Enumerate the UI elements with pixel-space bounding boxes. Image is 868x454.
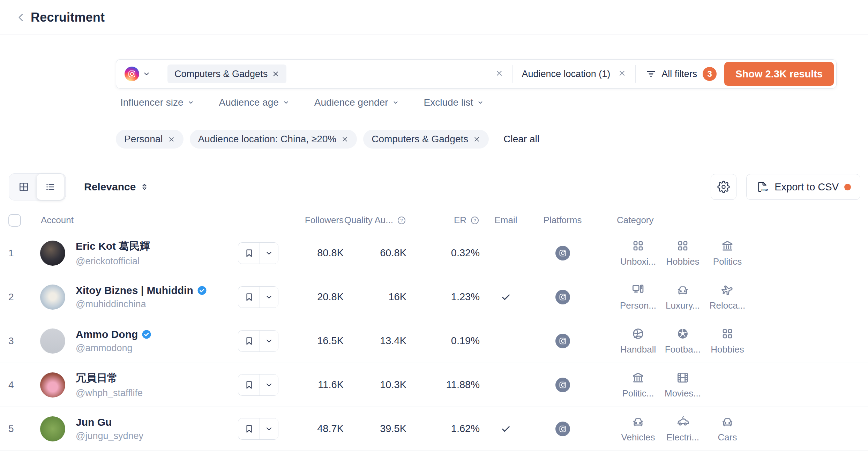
followers-value: 11.6K bbox=[318, 379, 344, 390]
account-handle[interactable]: @jungu_sydney bbox=[76, 431, 143, 441]
bookmark-expand-button[interactable] bbox=[260, 374, 278, 395]
chevron-down-icon bbox=[265, 425, 273, 433]
settings-button[interactable] bbox=[711, 174, 736, 200]
svg-text:csv: csv bbox=[761, 188, 768, 192]
clear-all-button[interactable]: Clear all bbox=[503, 134, 539, 145]
avatar[interactable] bbox=[40, 241, 65, 266]
influencer-size-dropdown[interactable]: Influencer size bbox=[120, 97, 194, 108]
sort-icon bbox=[140, 182, 149, 191]
remove-audience-location-icon[interactable] bbox=[618, 69, 626, 79]
audience-location-filter[interactable]: Audience location (1) bbox=[522, 69, 611, 80]
column-account: Account bbox=[41, 215, 74, 226]
search-chip-category[interactable]: Computers & Gadgets bbox=[167, 65, 286, 83]
filters-count-badge: 3 bbox=[703, 67, 717, 81]
remove-filter-icon[interactable] bbox=[473, 136, 480, 143]
bookmark-expand-button[interactable] bbox=[260, 287, 278, 308]
account-handle[interactable]: @erickotofficial bbox=[76, 256, 150, 267]
all-filters-button[interactable]: All filters bbox=[661, 69, 697, 80]
bank-icon bbox=[631, 371, 645, 385]
back-button[interactable] bbox=[13, 9, 29, 26]
verified-badge-icon bbox=[141, 329, 152, 340]
chevron-down-icon[interactable] bbox=[143, 70, 150, 78]
row-index: 3 bbox=[8, 335, 14, 346]
grid-icon bbox=[676, 239, 689, 253]
sort-label: Relevance bbox=[84, 181, 136, 193]
instagram-icon bbox=[128, 70, 136, 78]
sort-by-control[interactable]: Relevance bbox=[84, 181, 149, 193]
instagram-platform-icon[interactable] bbox=[555, 378, 570, 392]
account-name[interactable]: 冗員日常 bbox=[76, 371, 118, 385]
audience-gender-dropdown[interactable]: Audience gender bbox=[314, 97, 399, 108]
account-name[interactable]: Ammo Dong bbox=[76, 328, 138, 340]
avatar[interactable] bbox=[40, 285, 65, 310]
exclude-list-dropdown[interactable]: Exclude list bbox=[424, 97, 484, 108]
account-name-block: Eric Kot 葛民輝 @erickotofficial bbox=[76, 239, 150, 267]
categories-cell: Unboxi... Hobbies Politics bbox=[593, 239, 868, 267]
account-handle[interactable]: @ammodong bbox=[76, 343, 152, 354]
csv-file-icon: csv bbox=[756, 180, 769, 194]
avatar[interactable] bbox=[40, 328, 65, 354]
bookmark-button[interactable] bbox=[238, 418, 260, 439]
list-view-button[interactable] bbox=[37, 174, 64, 200]
account-name[interactable]: Jun Gu bbox=[76, 416, 112, 428]
search-filter-bar: Computers & Gadgets Audience location (1… bbox=[116, 59, 837, 89]
followers-value: 48.7K bbox=[317, 423, 344, 434]
car-front-icon bbox=[721, 415, 734, 429]
platforms-cell bbox=[532, 422, 593, 436]
instagram-platform-icon[interactable] bbox=[555, 334, 570, 348]
remove-filter-icon[interactable] bbox=[168, 136, 175, 143]
category-item: Cars bbox=[706, 415, 749, 443]
chevron-left-icon bbox=[16, 12, 26, 23]
bookmark-button[interactable] bbox=[238, 331, 260, 351]
account-name-block: 冗員日常 @whph_stafflife bbox=[76, 371, 143, 399]
chevron-down-icon bbox=[283, 99, 289, 106]
bookmark-button[interactable] bbox=[238, 287, 260, 308]
instagram-platform-icon[interactable] bbox=[555, 422, 570, 436]
account-name[interactable]: Eric Kot 葛民輝 bbox=[76, 239, 150, 254]
table-row[interactable]: 4 冗員日常 @whph_stafflife 11.6K 10.3K 11.88… bbox=[0, 363, 868, 407]
grid-view-button[interactable] bbox=[11, 175, 37, 198]
column-platforms: Platforms bbox=[544, 215, 582, 226]
avatar[interactable] bbox=[40, 372, 65, 398]
bookmark-expand-button[interactable] bbox=[260, 243, 278, 264]
instagram-platform-icon[interactable] bbox=[555, 290, 570, 304]
clear-search-icon[interactable] bbox=[495, 69, 503, 79]
email-check-icon bbox=[500, 292, 511, 303]
account-name[interactable]: Xitoy Biznes | Muhiddin bbox=[76, 285, 193, 296]
bookmark-split-button bbox=[238, 418, 278, 440]
question-circle-icon[interactable]: ? bbox=[470, 215, 480, 225]
instagram-platform-icon[interactable] bbox=[555, 246, 570, 260]
results-toolbar: Relevance csv Export to CSV bbox=[0, 164, 868, 210]
applied-filters-row: Personal Audience location: China, ≥20% … bbox=[116, 130, 539, 149]
bookmark-split-button bbox=[238, 242, 278, 264]
chevron-down-icon bbox=[477, 99, 484, 106]
bookmark-button[interactable] bbox=[238, 243, 260, 264]
categories-cell: Politic... Movies... bbox=[593, 371, 868, 399]
table-row[interactable]: 1 Eric Kot 葛民輝 @erickotofficial 80.8K 60… bbox=[0, 231, 868, 275]
avatar[interactable] bbox=[40, 416, 65, 441]
table-row[interactable]: 5 Jun Gu @jungu_sydney 48.7K 39.5K 1.62% bbox=[0, 407, 868, 451]
question-circle-icon[interactable]: ? bbox=[397, 215, 406, 225]
show-results-button[interactable]: Show 2.3K results bbox=[724, 62, 834, 86]
export-label: Export to CSV bbox=[775, 181, 839, 193]
bookmark-button[interactable] bbox=[238, 374, 260, 395]
bookmark-expand-button[interactable] bbox=[260, 418, 278, 439]
chevron-down-icon bbox=[188, 99, 194, 106]
export-csv-button[interactable]: csv Export to CSV bbox=[746, 174, 860, 200]
remove-filter-icon[interactable] bbox=[341, 136, 349, 143]
followers-value: 20.8K bbox=[317, 291, 344, 302]
category-item: Person... bbox=[617, 283, 659, 311]
quality-audience-value: 60.8K bbox=[380, 247, 406, 259]
platform-selector[interactable] bbox=[125, 67, 139, 81]
platforms-cell bbox=[532, 334, 593, 348]
bookmark-expand-button[interactable] bbox=[260, 331, 278, 351]
car-front-icon bbox=[676, 283, 689, 297]
audience-age-dropdown[interactable]: Audience age bbox=[219, 97, 289, 108]
table-row[interactable]: 2 Xitoy Biznes | Muhiddin @muhiddinchina… bbox=[0, 275, 868, 319]
remove-chip-icon[interactable] bbox=[272, 70, 279, 78]
email-cell bbox=[480, 292, 532, 303]
select-all-checkbox[interactable] bbox=[8, 214, 21, 227]
account-handle[interactable]: @muhiddinchina bbox=[76, 299, 207, 310]
table-row[interactable]: 3 Ammo Dong @ammodong 16.5K 13.4K 0.19% bbox=[0, 319, 868, 363]
account-handle[interactable]: @whph_stafflife bbox=[76, 388, 143, 399]
